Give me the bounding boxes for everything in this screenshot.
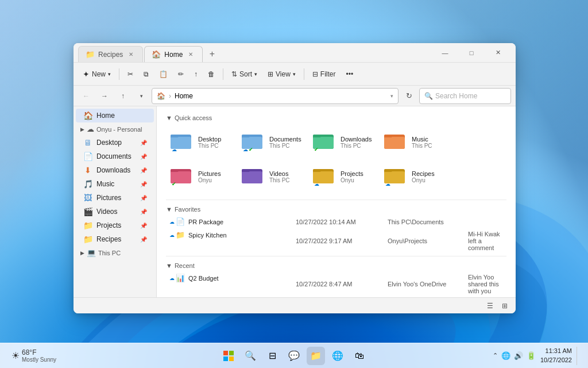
cut-button[interactable]: ✂ <box>123 68 138 80</box>
tab-recipes-close[interactable]: ✕ <box>126 50 136 59</box>
sidebar-item-desktop[interactable]: 🖥 Desktop 📌 <box>76 136 154 150</box>
file-explorer-taskbar-button[interactable]: 📁 <box>307 347 325 365</box>
sidebar-item-projects[interactable]: 📁 Projects 📌 <box>76 218 154 232</box>
recent-row-q2-budget[interactable]: ☁ 📊 Q2 Budget 10/27/2022 8:47 AM Elvin Y… <box>166 271 506 297</box>
tray-expand-icon[interactable]: ⌃ <box>493 352 498 359</box>
folder-pictures[interactable]: ✔ Pictures Onyu <box>166 160 235 193</box>
list-view-button[interactable]: ☰ <box>483 300 496 312</box>
sidebar-item-pictures[interactable]: 🖼 Pictures 📌 <box>76 191 154 205</box>
folder-downloads[interactable]: ✔ Downloads This PC <box>308 126 377 158</box>
clock[interactable]: 11:31 AM 10/27/2022 <box>540 347 572 365</box>
weather-widget[interactable]: ☀ 68°F Mostly Sunny <box>7 346 61 365</box>
start-button[interactable] <box>219 347 238 365</box>
quick-access-header[interactable]: ▼ Quick access <box>166 111 506 124</box>
close-button[interactable]: ✕ <box>485 43 511 63</box>
paste-button[interactable]: 📋 <box>154 68 172 80</box>
tab-home-close[interactable]: ✕ <box>186 50 195 59</box>
downloads-check-icon: ✔ <box>314 147 319 152</box>
sort-button[interactable]: ⇅ Sort ▾ <box>227 68 262 80</box>
sidebar-item-home[interactable]: 🏠 Home <box>76 109 154 122</box>
tab-recipes[interactable]: 📁 Recipes ✕ <box>78 46 143 62</box>
folder-recipes[interactable]: ☁ Recipes Onyu <box>380 160 448 193</box>
favorites-row-pr-package[interactable]: ☁ 📄 PR Package 10/27/2022 10:14 AM This … <box>166 215 506 228</box>
sidebar-projects-label: Projects <box>96 221 121 229</box>
new-tab-button[interactable]: + <box>204 46 220 62</box>
edge-button[interactable]: 🌐 <box>328 347 347 365</box>
volume-icon[interactable]: 🔊 <box>514 351 523 360</box>
favorites-row-spicy-kitchen[interactable]: ☁ 📁 Spicy Kitchen 10/27/2022 9:17 AM Ony… <box>166 228 506 254</box>
divider-1 <box>166 200 506 200</box>
delete-button[interactable]: 🗑 <box>203 68 219 80</box>
folder-music-info: Music This PC <box>412 136 444 149</box>
task-view-button[interactable]: ⊟ <box>263 347 281 365</box>
recipes-tab-icon: 📁 <box>86 50 95 59</box>
details-view-button[interactable]: ⊞ <box>498 300 511 312</box>
refresh-button[interactable]: ↻ <box>401 88 417 104</box>
videos-pin-icon: 📌 <box>140 209 147 215</box>
copy-icon: ⧉ <box>144 70 149 78</box>
tab-home[interactable]: 🏠 Home ✕ <box>144 46 203 62</box>
date-display: 10/27/2022 <box>540 356 572 365</box>
battery-icon[interactable]: 🔋 <box>527 351 536 360</box>
filter-button[interactable]: ⊟ Filter <box>308 68 341 80</box>
search-box[interactable]: 🔍 Search Home <box>419 88 511 104</box>
folder-projects-info: Projects Onyu <box>341 170 373 183</box>
sidebar-item-videos[interactable]: 🎬 Videos 📌 <box>76 205 154 218</box>
folder-music[interactable]: Music This PC <box>380 126 448 158</box>
recent-locations-button[interactable]: ▾ <box>133 88 149 104</box>
q2-icons: ☁ 📊 <box>169 274 185 282</box>
system-tray: ⌃ 🌐 🔊 🔋 <box>493 351 536 360</box>
folder-music-sub: This PC <box>412 143 444 149</box>
folder-videos-name: Videos <box>269 170 301 177</box>
projects-pin-icon: 📌 <box>140 223 147 229</box>
up-button[interactable]: ↑ <box>115 88 131 104</box>
svg-rect-29 <box>229 351 234 355</box>
folder-desktop[interactable]: ☁ Desktop This PC <box>166 126 235 158</box>
sidebar-item-music[interactable]: 🎵 Music 📌 <box>76 177 154 191</box>
share-button[interactable]: ↑ <box>189 68 202 80</box>
folder-documents[interactable]: ☁ ✔ Documents This PC <box>237 126 306 158</box>
onedrive-icon: ☁ <box>87 125 94 133</box>
folder-recipes-icon-container: ☁ <box>384 166 407 187</box>
search-icon: 🔍 <box>424 92 433 100</box>
sidebar-item-documents[interactable]: 📄 Documents 📌 <box>76 150 154 163</box>
sidebar-thispc-expand[interactable]: ▶ 💻 This PC <box>76 246 154 259</box>
view-button[interactable]: ⊞ View ▾ <box>263 68 300 80</box>
address-box[interactable]: 🏠 › Home ▾ <box>152 88 399 104</box>
folder-projects[interactable]: ☁ Projects Onyu <box>308 160 377 193</box>
music-sidebar-icon: 🎵 <box>83 179 93 189</box>
show-desktop-button[interactable] <box>577 347 581 365</box>
pr-cloud-icon: ☁ <box>169 219 175 225</box>
new-button[interactable]: ✦ New ▾ <box>78 67 115 81</box>
forward-button[interactable]: → <box>96 88 113 104</box>
svg-rect-14 <box>384 137 405 149</box>
favorites-label: Favorites <box>175 206 200 213</box>
weather-info: 68°F Mostly Sunny <box>22 348 56 363</box>
folder-desktop-sub: This PC <box>198 143 230 149</box>
network-icon[interactable]: 🌐 <box>501 351 510 360</box>
maximize-button[interactable]: □ <box>458 43 485 63</box>
favorites-header[interactable]: ▼ Favorites <box>166 202 506 215</box>
toolbar-separator-1 <box>119 68 119 80</box>
sidebar: 🏠 Home ▶ ☁ Onyu - Personal 🖥 Desktop 📌 📄… <box>74 106 157 297</box>
more-options-button[interactable]: ••• <box>342 68 358 80</box>
sidebar-onyu-expand[interactable]: ▶ ☁ Onyu - Personal <box>76 122 154 136</box>
copy-button[interactable]: ⧉ <box>139 68 153 80</box>
search-taskbar-button[interactable]: 🔍 <box>241 347 260 365</box>
rename-button[interactable]: ✏ <box>173 68 188 80</box>
folder-videos[interactable]: Videos This PC <box>237 160 306 193</box>
minimize-button[interactable]: — <box>432 43 458 63</box>
sidebar-item-recipes[interactable]: 📁 Recipes 📌 <box>76 232 154 246</box>
folder-desktop-icon-container: ☁ <box>171 132 194 152</box>
folder-recipes-name: Recipes <box>412 170 444 177</box>
recent-header[interactable]: ▼ Recent <box>166 259 506 271</box>
chat-icon: 💬 <box>288 350 300 361</box>
store-button[interactable]: 🛍 <box>350 347 369 365</box>
chat-button[interactable]: 💬 <box>285 347 303 365</box>
home-tab-icon: 🏠 <box>152 50 161 59</box>
svg-rect-21 <box>242 169 250 172</box>
view-label: View <box>276 70 291 78</box>
sidebar-item-downloads[interactable]: ⬇ Downloads 📌 <box>76 163 154 177</box>
filter-icon: ⊟ <box>312 70 318 78</box>
back-button[interactable]: ← <box>78 88 94 104</box>
